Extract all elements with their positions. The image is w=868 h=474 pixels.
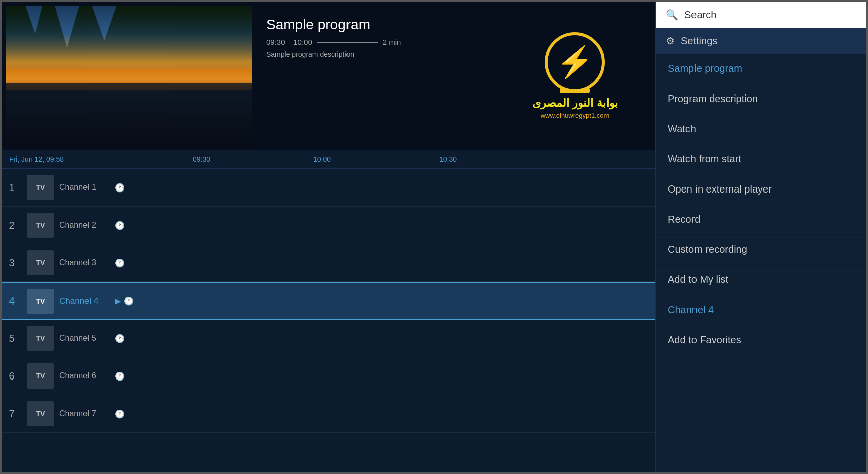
channel-row[interactable]: 7 TV Channel 7 🕐 Sample program Sample p… xyxy=(2,395,655,433)
tv-icon: TV xyxy=(36,334,45,342)
history-icon: 🕐 xyxy=(115,371,125,381)
channel-number: 3 xyxy=(2,257,22,269)
sidebar-item-program-description[interactable]: Program description xyxy=(656,84,866,114)
tv-icon: TV xyxy=(36,410,45,418)
history-icon: 🕐 xyxy=(115,183,125,193)
history-icon: 🕐 xyxy=(115,221,125,230)
gear-icon: ⚙ xyxy=(666,35,675,47)
sidebar-item-custom-recording[interactable]: Custom recording xyxy=(656,235,866,265)
channel-number: 6 xyxy=(2,370,22,382)
main-content: Sample program 09:30 – 10:00 2 min Sampl… xyxy=(2,2,655,472)
preview-image xyxy=(6,6,252,146)
sidebar-item-channel-4[interactable]: Channel 4 xyxy=(656,295,866,325)
sidebar-item-watch[interactable]: Watch xyxy=(656,114,866,144)
sidebar-item-label: Sample program xyxy=(668,63,742,74)
channel-row[interactable]: 5 TV Channel 5 🕐 Sample program xyxy=(2,320,655,357)
sidebar-item-label: Add to Favorites xyxy=(668,334,741,345)
channel-icon: TV xyxy=(27,401,54,426)
channel-name: Channel 7 xyxy=(59,409,115,418)
channel-number: 5 xyxy=(2,333,22,344)
channel-controls: 🕐 xyxy=(115,221,145,230)
channel-row[interactable]: 1 TV Channel 1 🕐 Sample program Sample..… xyxy=(2,169,655,207)
search-label: Search xyxy=(684,9,716,21)
program-info: Sample program 09:30 – 10:00 2 min Sampl… xyxy=(256,2,494,150)
channel-number: 7 xyxy=(2,408,22,420)
sidebar-item-label: Channel 4 xyxy=(668,304,714,315)
history-icon: 🕐 xyxy=(115,334,125,343)
bolt-icon: ⚡ xyxy=(556,47,594,77)
tv-icon: TV xyxy=(36,259,45,267)
channel-controls: ▶ 🕐 xyxy=(115,296,145,306)
preview-water xyxy=(6,83,252,146)
channel-controls: 🕐 xyxy=(115,409,145,419)
epg-section: Fri, Jun 12, 09:58 09:30 10:00 10:30 1 T… xyxy=(2,150,655,472)
play-icon: ▶ xyxy=(115,296,121,306)
channel-controls: 🕐 xyxy=(115,371,145,381)
history-icon: 🕐 xyxy=(115,258,125,268)
channel-number: 4 xyxy=(2,295,22,308)
logo-circle: ⚡ xyxy=(545,32,605,92)
tv-icon: TV xyxy=(36,372,45,380)
channel-row[interactable]: 3 TV Channel 3 🕐 Sample program Sample p… xyxy=(2,244,655,282)
channel-name: Channel 5 xyxy=(59,334,115,343)
channel-name: Channel 3 xyxy=(59,258,115,267)
sidebar-item-watch-from-start[interactable]: Watch from start xyxy=(656,144,866,174)
logo-area: ⚡ بوابة النور المصرى www.elnuwregypt1.co… xyxy=(494,2,655,150)
sidebar-item-label: Record xyxy=(668,214,700,225)
sidebar-item-record[interactable]: Record xyxy=(656,205,866,235)
sidebar-item-label: Watch from start xyxy=(668,153,741,164)
channel-icon: TV xyxy=(27,175,54,200)
top-section: Sample program 09:30 – 10:00 2 min Sampl… xyxy=(2,2,655,150)
tv-icon: TV xyxy=(36,297,45,305)
sidebar-item-add-to-my-list[interactable]: Add to My list xyxy=(656,265,866,295)
program-description-text: Sample program description xyxy=(266,50,484,58)
channel-icon: TV xyxy=(27,289,54,314)
channel-name: Channel 1 xyxy=(59,183,115,192)
channel-row-active[interactable]: 4 TV Channel 4 ▶ 🕐 Sample program Sample… xyxy=(2,282,655,320)
channel-icon: TV xyxy=(27,250,54,275)
channel-row[interactable]: 2 TV Channel 2 🕐 Sample program Sample p… xyxy=(2,207,655,244)
sidebar-item-add-to-favorites[interactable]: Add to Favorites xyxy=(656,325,866,355)
channel-icon: TV xyxy=(27,213,54,238)
sidebar-item-label: Program description xyxy=(668,93,758,104)
settings-item[interactable]: ⚙ Settings xyxy=(656,28,866,54)
channel-icon: TV xyxy=(27,363,54,389)
time-1030: 10:30 xyxy=(439,155,457,163)
channel-icon: TV xyxy=(27,326,54,351)
sidebar-item-sample-program[interactable]: Sample program xyxy=(656,54,866,84)
channel-name: Channel 4 xyxy=(59,296,115,306)
sidebar: 🔍 Search ⚙ Settings Sample program Progr… xyxy=(655,2,866,472)
preview-area xyxy=(6,6,252,146)
search-bar[interactable]: 🔍 Search xyxy=(656,2,866,28)
channel-controls: 🕐 xyxy=(115,334,145,343)
time-930: 09:30 xyxy=(193,155,210,163)
channel-number: 2 xyxy=(2,220,22,231)
duration: 2 min xyxy=(383,38,401,46)
time-header: Fri, Jun 12, 09:58 09:30 10:00 10:30 xyxy=(2,150,655,169)
channel-controls: 🕐 xyxy=(115,258,145,268)
sidebar-item-open-external[interactable]: Open in external player xyxy=(656,174,866,205)
channel-controls: 🕐 xyxy=(115,183,145,193)
history-icon: 🕐 xyxy=(115,409,125,419)
preview-trees xyxy=(6,6,252,76)
tv-icon: TV xyxy=(36,183,45,192)
sidebar-item-label: Watch xyxy=(668,123,696,134)
time-1000: 10:00 xyxy=(313,155,331,163)
time-progress-bar xyxy=(317,42,378,43)
sidebar-item-label: Custom recording xyxy=(668,244,747,255)
channel-name: Channel 2 xyxy=(59,221,115,230)
program-time: 09:30 – 10:00 2 min xyxy=(266,38,484,46)
tv-icon: TV xyxy=(36,221,45,229)
program-title: Sample program xyxy=(266,17,484,33)
time-range: 09:30 – 10:00 xyxy=(266,38,312,46)
history-icon: 🕐 xyxy=(124,296,134,306)
search-icon: 🔍 xyxy=(666,9,678,21)
sidebar-item-label: Add to My list xyxy=(668,274,728,285)
current-time: Fri, Jun 12, 09:58 xyxy=(9,155,64,163)
channel-name: Channel 6 xyxy=(59,371,115,381)
channel-row[interactable]: 6 TV Channel 6 🕐 Sample program Sample p… xyxy=(2,357,655,395)
logo-arabic-text: بوابة النور المصرى xyxy=(532,97,617,110)
channel-number: 1 xyxy=(2,182,22,194)
logo-url: www.elnuwregypt1.com xyxy=(541,112,610,119)
sidebar-item-label: Open in external player xyxy=(668,183,772,195)
